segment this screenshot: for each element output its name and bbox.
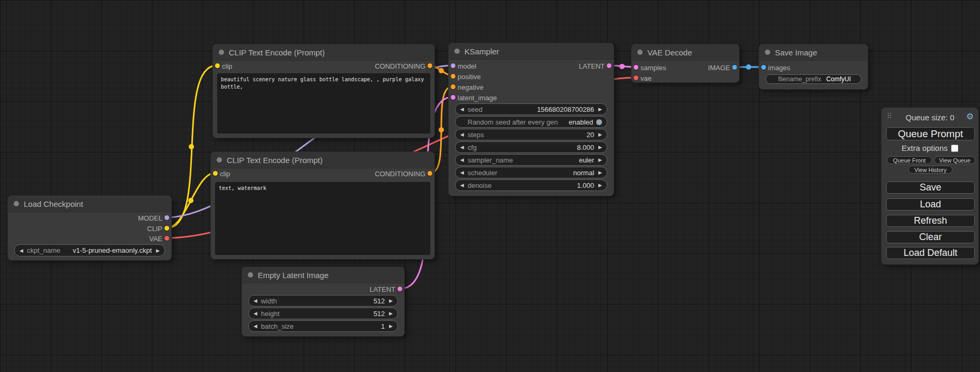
node-title-bar[interactable]: CLIP Text Encode (Prompt): [213, 44, 434, 61]
node-load-checkpoint[interactable]: Load Checkpoint MODEL CLIP VAE ◀ ckpt_na…: [7, 195, 172, 261]
link-midpoint-dot[interactable]: [746, 64, 751, 70]
output-slot-conditioning[interactable]: CONDITIONING: [375, 168, 434, 179]
height-widget[interactable]: ◀ height 512 ▶: [248, 308, 398, 319]
link-midpoint-dot[interactable]: [189, 144, 194, 149]
output-slot-model[interactable]: MODEL: [138, 213, 171, 223]
clip-input-dot[interactable]: [215, 63, 220, 68]
collapse-dot-icon[interactable]: [765, 50, 770, 55]
collapse-dot-icon[interactable]: [219, 50, 224, 55]
increment-arrow-icon[interactable]: ▶: [156, 248, 160, 253]
load-button[interactable]: Load: [886, 198, 975, 211]
input-slot-vae[interactable]: vae: [632, 73, 652, 83]
conditioning-input-dot[interactable]: [451, 74, 455, 79]
decrement-arrow-icon[interactable]: ◀: [460, 157, 464, 163]
load-default-button[interactable]: Load Default: [886, 247, 975, 259]
decrement-arrow-icon[interactable]: ◀: [254, 323, 257, 329]
increment-arrow-icon[interactable]: ▶: [598, 145, 602, 150]
model-input-dot[interactable]: [451, 63, 455, 68]
decrement-arrow-icon[interactable]: ◀: [254, 298, 257, 303]
random-seed-toggle-widget[interactable]: Random seed after every gen enabled: [455, 116, 607, 128]
input-slot-positive[interactable]: positive: [449, 71, 481, 82]
node-title-bar[interactable]: Save Image: [759, 44, 868, 61]
clear-button[interactable]: Clear: [886, 231, 975, 243]
node-ksampler[interactable]: KSampler model LATENT positive negative …: [448, 43, 614, 196]
link-midpoint-dot[interactable]: [619, 64, 625, 69]
output-slot-image[interactable]: IMAGE: [708, 62, 739, 73]
input-slot-images[interactable]: images: [759, 62, 790, 73]
queue-panel[interactable]: ⠿ Queue size: 0 ⚙ Queue Prompt Extra opt…: [881, 107, 979, 265]
output-slot-conditioning[interactable]: CONDITIONING: [375, 61, 434, 71]
decrement-arrow-icon[interactable]: ◀: [460, 170, 464, 175]
increment-arrow-icon[interactable]: ▶: [598, 132, 602, 137]
conditioning-output-dot[interactable]: [428, 171, 432, 176]
decrement-arrow-icon[interactable]: ◀: [460, 145, 464, 150]
view-queue-button[interactable]: View Queue: [934, 156, 975, 164]
collapse-dot-icon[interactable]: [217, 157, 222, 163]
node-title-bar[interactable]: CLIP Text Encode (Prompt): [211, 152, 434, 168]
denoise-widget[interactable]: ◀ denoise 1.000 ▶: [455, 179, 607, 191]
increment-arrow-icon[interactable]: ▶: [598, 183, 602, 188]
queue-front-button[interactable]: Queue Front: [887, 156, 932, 164]
increment-arrow-icon[interactable]: ▶: [389, 311, 393, 316]
input-slot-model[interactable]: model: [449, 61, 476, 71]
node-clip-text-encode-negative[interactable]: CLIP Text Encode (Prompt) clip CONDITION…: [210, 151, 435, 260]
gear-icon[interactable]: ⚙: [966, 111, 974, 121]
output-slot-latent[interactable]: LATENT: [370, 284, 404, 294]
decrement-arrow-icon[interactable]: ◀: [460, 107, 464, 112]
prompt-textarea[interactable]: text, watermark: [215, 182, 430, 255]
increment-arrow-icon[interactable]: ▶: [389, 323, 393, 329]
output-slot-clip[interactable]: CLIP: [147, 223, 171, 234]
latent-input-dot[interactable]: [451, 95, 455, 100]
node-title-bar[interactable]: VAE Decode: [632, 44, 739, 61]
comfyui-canvas[interactable]: { "colors": { "clip_type": "#ffd31c", "c…: [0, 0, 980, 372]
batch-size-widget[interactable]: ◀ batch_size 1 ▶: [248, 320, 398, 332]
filename-prefix-widget[interactable]: filename_prefix ComfyUI: [765, 74, 861, 84]
width-widget[interactable]: ◀ width 512 ▶: [248, 295, 398, 307]
prompt-textarea[interactable]: beautiful scenery nature glass bottle la…: [217, 73, 430, 133]
decrement-arrow-icon[interactable]: ◀: [20, 248, 23, 253]
decrement-arrow-icon[interactable]: ◀: [254, 311, 257, 316]
collapse-dot-icon[interactable]: [14, 201, 19, 206]
clip-output-dot[interactable]: [164, 226, 169, 231]
extra-options-checkbox[interactable]: [951, 145, 958, 152]
vae-input-dot[interactable]: [634, 75, 638, 80]
output-slot-latent[interactable]: LATENT: [579, 61, 614, 71]
increment-arrow-icon[interactable]: ▶: [598, 107, 602, 112]
input-slot-negative[interactable]: negative: [449, 82, 483, 92]
link-midpoint-dot[interactable]: [439, 127, 444, 132]
latent-output-dot[interactable]: [607, 63, 612, 68]
latent-input-dot[interactable]: [634, 65, 638, 70]
vae-output-dot[interactable]: [164, 236, 169, 241]
decrement-arrow-icon[interactable]: ◀: [460, 183, 464, 188]
conditioning-input-dot[interactable]: [451, 84, 455, 89]
decrement-arrow-icon[interactable]: ◀: [460, 132, 464, 137]
sampler-name-widget[interactable]: ◀ sampler_name euler ▶: [455, 154, 607, 166]
output-slot-vae[interactable]: VAE: [149, 233, 171, 244]
link-midpoint-dot[interactable]: [439, 68, 444, 73]
node-save-image[interactable]: Save Image images filename_prefix ComfyU…: [759, 44, 868, 90]
image-output-dot[interactable]: [732, 65, 737, 70]
cfg-widget[interactable]: ◀ cfg 8.000 ▶: [455, 141, 607, 153]
link-midpoint-dot[interactable]: [188, 198, 193, 203]
clip-input-dot[interactable]: [213, 171, 218, 176]
input-slot-clip[interactable]: clip: [211, 168, 230, 179]
ckpt-name-widget[interactable]: ◀ ckpt_name v1-5-pruned-emaonly.ckpt ▶: [14, 244, 165, 256]
input-slot-samples[interactable]: samples: [632, 62, 666, 73]
scheduler-widget[interactable]: ◀ scheduler normal ▶: [455, 167, 607, 178]
increment-arrow-icon[interactable]: ▶: [598, 157, 602, 163]
image-input-dot[interactable]: [761, 65, 766, 70]
collapse-dot-icon[interactable]: [248, 272, 253, 278]
refresh-button[interactable]: Refresh: [886, 215, 975, 227]
increment-arrow-icon[interactable]: ▶: [389, 298, 393, 303]
input-slot-clip[interactable]: clip: [213, 61, 232, 71]
node-clip-text-encode-positive[interactable]: CLIP Text Encode (Prompt) clip CONDITION…: [212, 44, 435, 138]
input-slot-latent-image[interactable]: latent_image: [449, 92, 497, 103]
view-history-button[interactable]: View History: [908, 166, 953, 174]
toggle-knob[interactable]: [596, 119, 602, 125]
node-title-bar[interactable]: Empty Latent Image: [242, 267, 404, 283]
increment-arrow-icon[interactable]: ▶: [598, 170, 602, 175]
save-button[interactable]: Save: [886, 182, 975, 194]
latent-output-dot[interactable]: [397, 287, 402, 291]
seed-widget[interactable]: ◀ seed 156680208700286 ▶: [455, 103, 607, 115]
queue-prompt-button[interactable]: Queue Prompt: [886, 127, 975, 140]
